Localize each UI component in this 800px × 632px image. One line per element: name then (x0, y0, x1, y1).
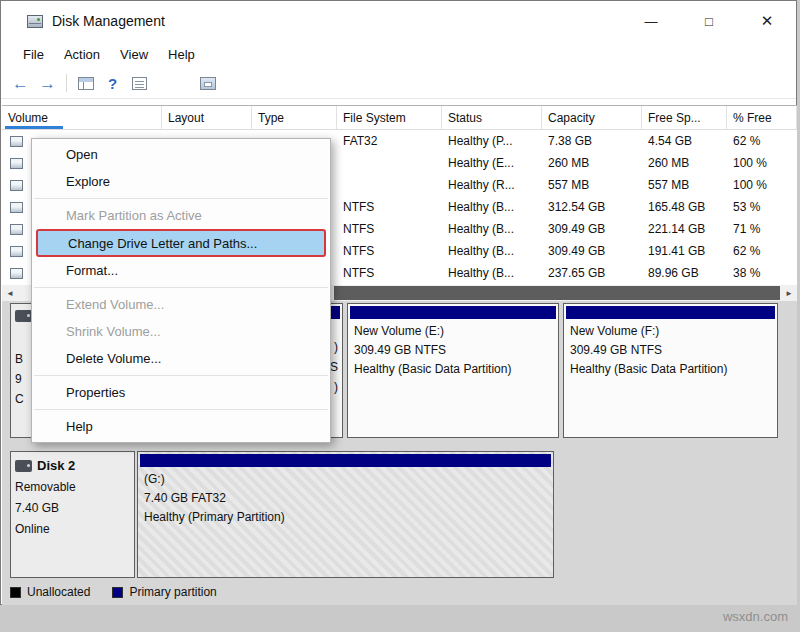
cell-capacity: 557 MB (542, 174, 642, 196)
partition-size: 309.49 GB NTFS (348, 343, 558, 357)
partition-status: Healthy (Basic Data Partition) (348, 362, 558, 376)
volume-icon (10, 158, 23, 169)
legend-item-primary-partition: Primary partition (112, 585, 216, 599)
menu-separator (34, 198, 328, 199)
menu-separator (34, 287, 328, 288)
title-bar[interactable]: Disk Management — □ ✕ (1, 1, 796, 41)
column-header-volume[interactable]: Volume (2, 106, 162, 129)
disk-management-window: Disk Management — □ ✕ File Action View H… (0, 0, 797, 605)
partition-status: Healthy (Basic Data Partition) (564, 362, 777, 376)
maximize-button[interactable]: □ (680, 1, 738, 41)
legend-label: Unallocated (27, 585, 90, 599)
toolbar: ← → ? (1, 68, 796, 99)
volume-icon (10, 136, 23, 147)
scroll-left-icon: ◄ (6, 289, 14, 298)
cell-free-space: 191.41 GB (642, 240, 727, 262)
partition-size: 309.49 GB NTFS (564, 343, 777, 357)
display-options-button[interactable] (193, 71, 220, 95)
volume-icon (10, 202, 23, 213)
partition-block-f[interactable]: New Volume (F:) 309.49 GB NTFS Healthy (… (563, 303, 778, 438)
column-header-percent-free[interactable]: % Free (727, 106, 797, 129)
cell-percent-free: 38 % (727, 262, 797, 284)
partition-color-strip (566, 306, 775, 319)
cell-percent-free: 100 % (727, 152, 797, 174)
partition-name: New Volume (E:) (348, 324, 558, 338)
legend-label: Primary partition (129, 585, 216, 599)
partition-name: (G:) (138, 472, 553, 486)
menu-file[interactable]: File (13, 43, 54, 66)
cell-file-system (337, 152, 442, 174)
disk1-info-fragment: 9 (15, 372, 22, 386)
partition-block-g[interactable]: (G:) 7.40 GB FAT32 Healthy (Primary Part… (137, 451, 554, 578)
back-arrow-icon: ← (12, 75, 29, 92)
disk2-type: Removable (15, 480, 134, 494)
disk2-size: 7.40 GB (15, 501, 134, 515)
cell-capacity: 260 MB (542, 152, 642, 174)
column-header-type[interactable]: Type (252, 106, 337, 129)
cell-status: Healthy (E... (442, 152, 542, 174)
column-header-file-system[interactable]: File System (337, 106, 442, 129)
cell-capacity: 237.65 GB (542, 262, 642, 284)
menu-item-delete-volume[interactable]: Delete Volume... (32, 345, 330, 372)
cell-file-system (337, 174, 442, 196)
partition-block-e[interactable]: New Volume (E:) 309.49 GB NTFS Healthy (… (347, 303, 559, 438)
column-header-layout[interactable]: Layout (162, 106, 252, 129)
partition-size: 7.40 GB FAT32 (138, 491, 553, 505)
cell-status: Healthy (R... (442, 174, 542, 196)
menu-item-open[interactable]: Open (32, 141, 330, 168)
volume-icon (10, 224, 23, 235)
cell-file-system: NTFS (337, 196, 442, 218)
primary-partition-swatch-icon (112, 587, 123, 598)
volume-icon (10, 268, 23, 279)
app-icon[interactable] (27, 15, 43, 28)
column-header-status[interactable]: Status (442, 106, 542, 129)
hidden-partition-fragment: ) (334, 340, 338, 354)
cell-free-space: 165.48 GB (642, 196, 727, 218)
volume-icon (10, 246, 23, 257)
partition-color-strip (350, 306, 556, 319)
scrollbar-thumb[interactable] (334, 286, 780, 300)
disk1-info-fragment: C (15, 392, 24, 406)
toolbar-separator (66, 74, 67, 92)
cell-status: Healthy (B... (442, 196, 542, 218)
list-view-button[interactable] (126, 71, 153, 95)
menu-item-mark-partition-active: Mark Partition as Active (32, 202, 330, 229)
volume-list-header: Volume Layout Type File System Status Ca… (2, 106, 797, 130)
menu-item-properties[interactable]: Properties (32, 379, 330, 406)
disk2-info-panel[interactable]: Disk 2 Removable 7.40 GB Online (10, 451, 135, 578)
menu-item-help[interactable]: Help (32, 413, 330, 440)
cell-percent-free: 71 % (727, 218, 797, 240)
help-icon: ? (108, 75, 117, 92)
menu-item-explore[interactable]: Explore (32, 168, 330, 195)
menu-action[interactable]: Action (54, 43, 110, 66)
cell-percent-free: 62 % (727, 130, 797, 152)
menu-item-change-drive-letter[interactable]: Change Drive Letter and Paths... (36, 229, 326, 257)
help-button[interactable]: ? (99, 71, 126, 95)
forward-button[interactable]: → (34, 71, 61, 95)
column-header-capacity[interactable]: Capacity (542, 106, 642, 129)
cell-status: Healthy (B... (442, 262, 542, 284)
minimize-button[interactable]: — (622, 1, 680, 41)
scroll-left-button[interactable]: ◄ (2, 285, 18, 301)
cell-capacity: 312.54 GB (542, 196, 642, 218)
close-button[interactable]: ✕ (738, 1, 796, 41)
menu-view[interactable]: View (110, 43, 158, 66)
partition-color-strip (140, 454, 551, 467)
cell-status: Healthy (B... (442, 240, 542, 262)
cell-free-space: 89.96 GB (642, 262, 727, 284)
hidden-partition-fragment: ) (334, 380, 338, 394)
console-tree-button[interactable] (72, 71, 99, 95)
column-header-free-space[interactable]: Free Sp... (642, 106, 727, 129)
legend-item-unallocated: Unallocated (10, 585, 90, 599)
unallocated-swatch-icon (10, 587, 21, 598)
scroll-right-button[interactable]: ► (781, 285, 797, 301)
display-icon (200, 77, 216, 90)
menu-help[interactable]: Help (158, 43, 205, 66)
partition-status: Healthy (Primary Partition) (138, 510, 553, 524)
cell-file-system: NTFS (337, 240, 442, 262)
cell-free-space: 260 MB (642, 152, 727, 174)
back-button[interactable]: ← (7, 71, 34, 95)
menu-item-format[interactable]: Format... (32, 257, 330, 284)
forward-arrow-icon: → (39, 75, 56, 92)
disk2-name: Disk 2 (37, 458, 75, 473)
